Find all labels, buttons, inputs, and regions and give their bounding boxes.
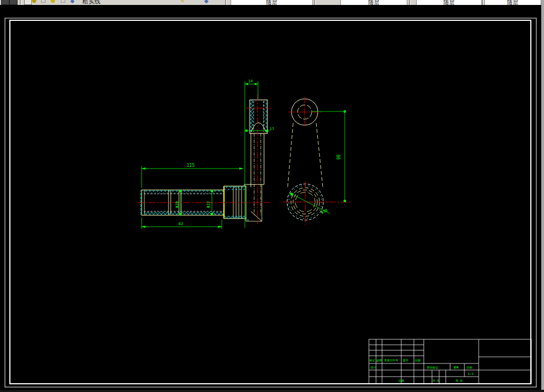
pencil-icon[interactable]: ✎ bbox=[180, 0, 184, 4]
window-icon[interactable] bbox=[1, 0, 9, 5]
layer-name-label: 粗实线 bbox=[82, 0, 100, 5]
dim-14: 14 bbox=[248, 79, 253, 83]
tb-mark-label: 标记 bbox=[369, 359, 375, 362]
side-view bbox=[137, 94, 271, 224]
toolbar-separator bbox=[225, 0, 227, 5]
tb-sign-label: 签字 bbox=[403, 359, 408, 362]
tb-scale-value: 1:1 bbox=[468, 372, 474, 376]
diamond-icon[interactable]: ◆ bbox=[70, 0, 75, 4]
tb-date-label: 日期 bbox=[415, 359, 420, 362]
box-icon[interactable]: □ bbox=[41, 0, 46, 3]
toolbar-separator bbox=[409, 0, 411, 5]
drawing-canvas[interactable]: 14 17 115 82 Φ20 Φ22 bbox=[0, 5, 541, 392]
tb-sheet-no: 第 张 bbox=[456, 379, 463, 383]
tb-sheet-total: 共 张 bbox=[433, 379, 440, 383]
toolbar: ◆ ● □ ● □ 粗实线 ✎ ◆ 随层 随层 随层 随层 bbox=[0, 0, 541, 5]
tb-change-label: 更改文件号 bbox=[384, 359, 398, 362]
cad-application-window: ◆ ● □ ● □ 粗实线 ✎ ◆ 随层 随层 随层 随层 bbox=[0, 0, 544, 392]
front-view bbox=[283, 97, 352, 225]
window-right-edge bbox=[541, 0, 544, 392]
diamond2-icon[interactable]: ◆ bbox=[204, 0, 209, 4]
tb-design-label: 设计 bbox=[370, 366, 376, 369]
paper-border bbox=[5, 18, 536, 387]
lineweight-combobox[interactable]: 随层 bbox=[416, 0, 482, 5]
drawing-svg: 14 17 115 82 Φ20 Φ22 bbox=[0, 5, 541, 392]
front-view-dimensions: 98 Φ30 bbox=[289, 110, 346, 215]
color-combobox[interactable]: 随层 bbox=[231, 0, 313, 5]
tb-weight-label: 重量 bbox=[453, 366, 459, 369]
tb-stage-label: 阶段标记 bbox=[427, 366, 438, 369]
tb-scale-label: 比例 bbox=[467, 366, 472, 369]
frame-icon[interactable]: □ bbox=[60, 0, 65, 3]
tool-icon[interactable] bbox=[24, 0, 32, 5]
bulb-icon[interactable]: ● bbox=[51, 0, 55, 3]
dim-phi20: Φ20 bbox=[175, 201, 180, 208]
toolbar-separator bbox=[482, 0, 484, 5]
style-combobox[interactable]: 随层 bbox=[484, 0, 541, 5]
dim-82: 82 bbox=[178, 222, 183, 226]
monitor-icon[interactable] bbox=[9, 0, 18, 5]
window-bottom-edge bbox=[0, 390, 544, 392]
dim-phi22: Φ22 bbox=[206, 201, 211, 208]
toolbar-separator bbox=[314, 0, 316, 5]
toolbar-separator bbox=[20, 0, 21, 5]
title-block: 标记 处数 更改文件号 签字 日期 设计 日期 阶段标记 重量 比例 1:1 共… bbox=[369, 339, 531, 384]
tb-date2-label: 日期 bbox=[399, 379, 404, 383]
dim-17: 17 bbox=[270, 127, 274, 131]
dim-115: 115 bbox=[187, 163, 195, 168]
dim-98: 98 bbox=[337, 154, 341, 160]
tb-count-label: 处数 bbox=[377, 359, 382, 362]
dot-icon[interactable]: ● bbox=[32, 0, 37, 3]
linetype-combobox[interactable]: 随层 bbox=[340, 0, 407, 5]
